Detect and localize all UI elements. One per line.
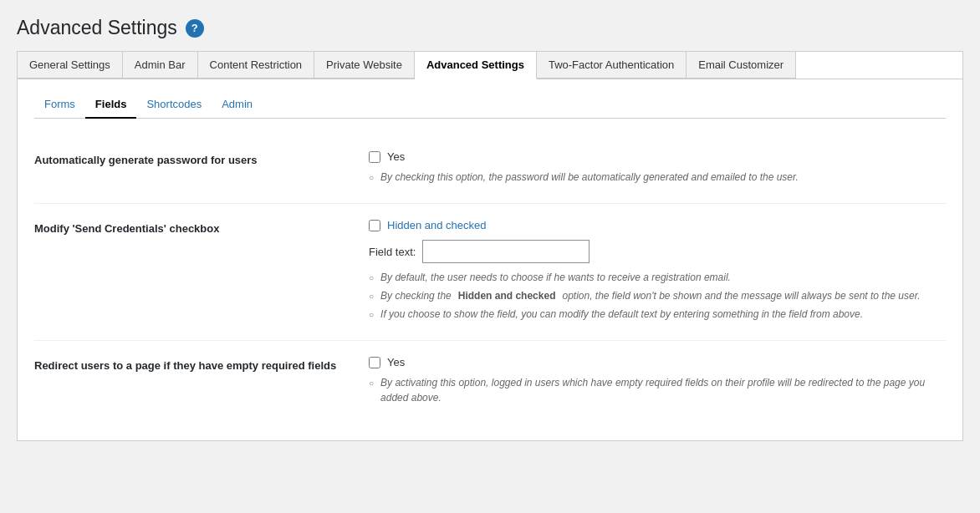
- hint-item-auto-password-0: By checking this option, the password wi…: [369, 170, 946, 185]
- tab-two-factor-auth[interactable]: Two-Factor Authentication: [537, 52, 687, 79]
- hint-item-send-credentials-1: By checking the Hidden and checked optio…: [369, 288, 946, 303]
- section-redirect-empty: Redirect users to a page if they have em…: [34, 341, 946, 424]
- tab-general-settings[interactable]: General Settings: [18, 52, 123, 79]
- hint-item-send-credentials-2: If you choose to show the field, you can…: [369, 307, 946, 322]
- checkbox-label-auto-password: Yes: [387, 150, 405, 163]
- tab-private-website[interactable]: Private Website: [314, 52, 415, 79]
- checkbox-row-send-credentials: Hidden and checked: [369, 219, 946, 231]
- page-title-row: Advanced Settings ?: [17, 8, 963, 51]
- section-control-auto-password: YesBy checking this option, the password…: [369, 150, 946, 188]
- checkbox-auto-password[interactable]: [369, 151, 380, 163]
- page-wrap: Advanced Settings ? General SettingsAdmi…: [0, 0, 980, 513]
- section-control-send-credentials: Hidden and checkedField text:By default,…: [369, 219, 946, 325]
- tab-content-restriction[interactable]: Content Restriction: [198, 52, 315, 79]
- field-text-input-send-credentials[interactable]: [422, 240, 590, 263]
- sub-tab-admin[interactable]: Admin: [212, 93, 263, 119]
- section-label-auto-password: Automatically generate password for user…: [34, 150, 352, 188]
- section-send-credentials: Modify 'Send Credentials' checkboxHidden…: [34, 204, 946, 341]
- hint-list-auto-password: By checking this option, the password wi…: [369, 170, 946, 185]
- checkbox-send-credentials[interactable]: [369, 220, 380, 231]
- hint-item-redirect-empty-0: By activating this option, logged in use…: [369, 375, 946, 405]
- tab-advanced-settings[interactable]: Advanced Settings: [415, 52, 537, 79]
- hint-list-redirect-empty: By activating this option, logged in use…: [369, 375, 946, 405]
- sub-tab-forms[interactable]: Forms: [34, 93, 85, 119]
- help-icon[interactable]: ?: [186, 19, 204, 38]
- section-label-redirect-empty: Redirect users to a page if they have em…: [34, 356, 352, 409]
- checkbox-row-redirect-empty: Yes: [369, 356, 946, 368]
- hint-list-send-credentials: By default, the user needs to choose if …: [369, 270, 946, 322]
- tab-email-customizer[interactable]: Email Customizer: [687, 52, 796, 79]
- settings-sections: Automatically generate password for user…: [34, 135, 946, 424]
- checkbox-label-redirect-empty: Yes: [387, 356, 405, 368]
- page-title: Advanced Settings: [17, 17, 177, 39]
- content-area: FormsFieldsShortcodesAdmin Automatically…: [17, 79, 963, 441]
- checkbox-label-send-credentials: Hidden and checked: [387, 219, 487, 231]
- section-control-redirect-empty: YesBy activating this option, logged in …: [369, 356, 946, 409]
- field-text-label-send-credentials: Field text:: [369, 246, 416, 258]
- section-label-send-credentials: Modify 'Send Credentials' checkbox: [34, 219, 352, 325]
- field-text-row-send-credentials: Field text:: [369, 240, 946, 263]
- checkbox-row-auto-password: Yes: [369, 150, 946, 163]
- sub-tab-fields[interactable]: Fields: [85, 93, 137, 119]
- tab-admin-bar[interactable]: Admin Bar: [123, 52, 198, 79]
- sub-tabs: FormsFieldsShortcodesAdmin: [34, 93, 946, 119]
- main-tabs-nav: General SettingsAdmin BarContent Restric…: [17, 51, 963, 79]
- section-auto-password: Automatically generate password for user…: [34, 135, 946, 204]
- hint-item-send-credentials-0: By default, the user needs to choose if …: [369, 270, 946, 285]
- checkbox-redirect-empty[interactable]: [369, 357, 380, 368]
- sub-tab-shortcodes[interactable]: Shortcodes: [136, 93, 212, 119]
